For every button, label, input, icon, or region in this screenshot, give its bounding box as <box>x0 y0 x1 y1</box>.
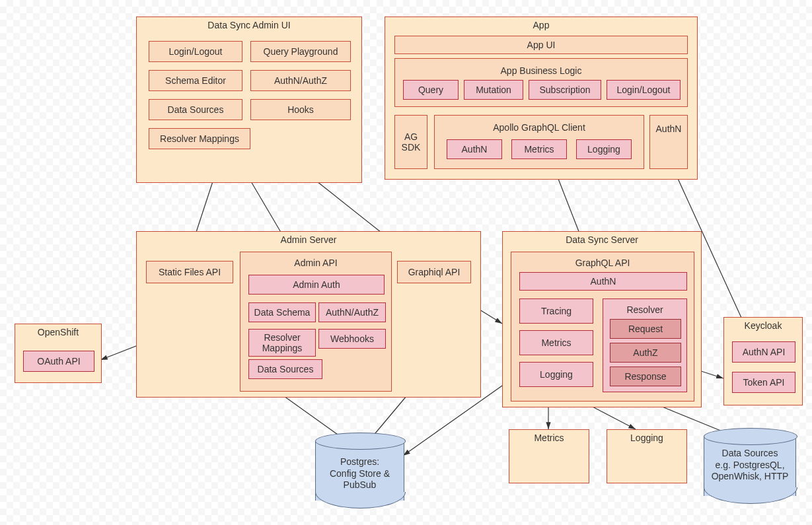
blk-tracing: Tracing <box>519 298 593 324</box>
group-admin-api: Admin API Admin Auth Data Schema AuthN/A… <box>240 252 392 392</box>
blk-request: Request <box>610 319 681 339</box>
blk-admin-resolver-mappings: Resolver Mappings <box>248 329 316 357</box>
sink-logging: Logging <box>607 429 687 483</box>
blk-admin-data-sources: Data Sources <box>248 359 322 379</box>
group-title: Resolver <box>603 304 686 315</box>
blk-keycloak-authn: AuthN API <box>732 341 795 363</box>
blk-schema-editor: Schema Editor <box>149 70 242 91</box>
blk-apollo-authn: AuthN <box>447 139 502 159</box>
blk-resolver-mappings: Resolver Mappings <box>149 128 250 149</box>
label: Metrics <box>509 433 589 443</box>
group-business-logic: App Business Logic Query Mutation Subscr… <box>394 58 688 107</box>
blk-webhooks: Webhooks <box>318 329 386 349</box>
group-title: App <box>385 20 697 30</box>
group-title: App Business Logic <box>395 65 687 76</box>
label: Postgres: Config Store & PubSub <box>315 456 404 491</box>
group-admin-server: Admin Server Static Files API Graphiql A… <box>136 231 481 398</box>
group-openshift: OpenShift OAuth API <box>15 324 102 383</box>
diagram-canvas: Data Sync Admin UI Login/Logout Query Pl… <box>0 0 812 525</box>
blk-hooks: Hooks <box>250 99 351 120</box>
blk-mutation: Mutation <box>464 80 523 100</box>
group-admin-ui: Data Sync Admin UI Login/Logout Query Pl… <box>136 17 362 183</box>
blk-data-schema: Data Schema <box>248 302 316 322</box>
group-app: App App UI App Business Logic Query Muta… <box>385 17 698 180</box>
group-title: Admin Server <box>137 234 480 245</box>
group-title: Keycloak <box>724 320 802 331</box>
blk-authz: AuthZ <box>610 343 681 363</box>
group-graphql-api: GraphQL API AuthN Tracing Metrics Loggin… <box>511 252 694 402</box>
blk-login: Login/Logout <box>149 41 242 62</box>
blk-keycloak-token: Token API <box>732 372 795 393</box>
group-title: Data Sync Server <box>503 234 701 245</box>
blk-ag-sdk: AG SDK <box>394 115 427 169</box>
group-title: Data Sync Admin UI <box>137 20 361 30</box>
blk-static-files: Static Files API <box>146 261 233 283</box>
svg-line-16 <box>591 406 636 429</box>
blk-response: Response <box>610 367 681 386</box>
blk-admin-auth: Admin Auth <box>248 275 385 295</box>
blk-apollo-logging: Logging <box>576 139 632 159</box>
group-title: Apollo GraphQL Client <box>435 122 644 133</box>
group-title: OpenShift <box>15 327 101 337</box>
blk-app-authn: AuthN <box>649 115 688 169</box>
blk-authnz: AuthN/AuthZ <box>250 70 351 91</box>
blk-gql-authn: AuthN <box>519 272 687 291</box>
blk-admin-authnz: AuthN/AuthZ <box>318 302 386 322</box>
group-data-sync-server: Data Sync Server GraphQL API AuthN Traci… <box>502 231 702 407</box>
blk-app-ui: App UI <box>394 36 688 54</box>
blk-logging: Logging <box>519 362 593 387</box>
group-resolver: Resolver Request AuthZ Response <box>603 298 687 392</box>
label: Data Sources e.g. PostgresQL, OpenWhisk,… <box>704 448 796 483</box>
db-postgres: Postgres: Config Store & PubSub <box>315 433 404 508</box>
blk-apollo-metrics: Metrics <box>511 139 567 159</box>
label: Logging <box>607 433 686 443</box>
blk-metrics: Metrics <box>519 330 593 355</box>
blk-query: Query <box>403 80 459 100</box>
group-keycloak: Keycloak AuthN API Token API <box>723 317 803 405</box>
blk-oauth: OAuth API <box>23 351 94 372</box>
blk-graphiql: Graphiql API <box>397 261 471 283</box>
blk-data-sources: Data Sources <box>149 99 242 120</box>
blk-login-logout: Login/Logout <box>607 80 681 100</box>
db-data-sources: Data Sources e.g. PostgresQL, OpenWhisk,… <box>704 428 796 504</box>
blk-subscription: Subscription <box>529 80 601 100</box>
group-title: GraphQL API <box>511 258 694 268</box>
sink-metrics: Metrics <box>509 429 589 483</box>
group-title: Admin API <box>240 258 391 268</box>
blk-query-playground: Query Playground <box>250 41 351 62</box>
group-apollo: Apollo GraphQL Client AuthN Metrics Logg… <box>434 115 644 169</box>
